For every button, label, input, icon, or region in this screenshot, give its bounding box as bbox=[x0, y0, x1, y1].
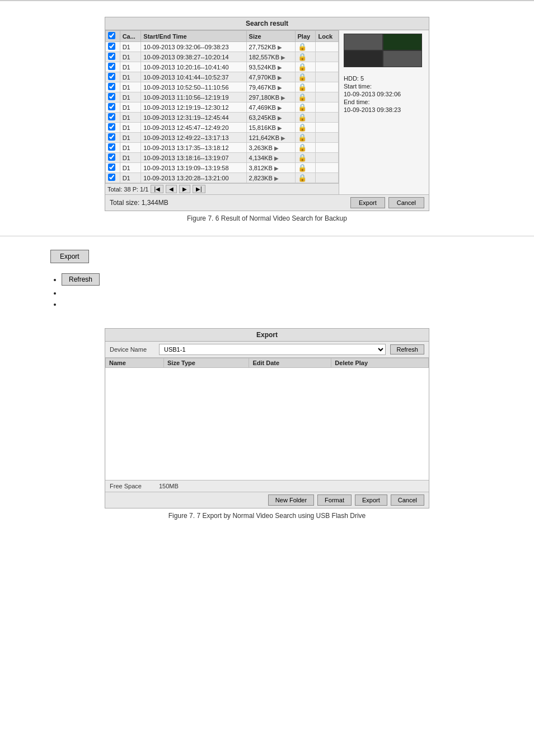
row-checkbox-cell[interactable] bbox=[106, 82, 120, 92]
row-checkbox-cell[interactable] bbox=[106, 113, 120, 123]
play-icon[interactable]: ▶ bbox=[278, 115, 282, 121]
row-checkbox-cell[interactable] bbox=[106, 143, 120, 153]
lock-icon[interactable]: 🔒 bbox=[298, 73, 307, 81]
play-icon[interactable]: ▶ bbox=[281, 95, 285, 101]
row-checkbox-cell[interactable] bbox=[106, 123, 120, 133]
export-button-fig1[interactable]: Export bbox=[350, 197, 385, 208]
row-checkbox-cell[interactable] bbox=[106, 102, 120, 113]
row-checkbox[interactable] bbox=[108, 103, 115, 110]
hdd-info: HDD: 5 bbox=[344, 75, 424, 82]
lock-icon[interactable]: 🔒 bbox=[298, 123, 307, 132]
row-checkbox[interactable] bbox=[108, 174, 115, 181]
row-checkbox-cell[interactable] bbox=[106, 133, 120, 143]
row-play[interactable]: 🔒 bbox=[295, 163, 316, 173]
row-checkbox[interactable] bbox=[108, 153, 115, 161]
page-last-btn[interactable]: ▶| bbox=[193, 185, 205, 193]
export-top-button[interactable]: Export bbox=[50, 250, 89, 263]
lock-icon[interactable]: 🔒 bbox=[298, 113, 307, 122]
search-result-right: HDD: 5 Start time: 10-09-2013 09:32:06 E… bbox=[339, 30, 429, 194]
row-checkbox[interactable] bbox=[108, 113, 115, 120]
format-button[interactable]: Format bbox=[317, 494, 352, 506]
lock-icon[interactable]: 🔒 bbox=[298, 133, 307, 142]
row-play[interactable]: 🔒 bbox=[295, 173, 316, 183]
row-checkbox[interactable] bbox=[108, 93, 115, 100]
lock-icon[interactable]: 🔒 bbox=[298, 164, 307, 172]
row-play[interactable]: 🔒 bbox=[295, 62, 316, 72]
row-play[interactable]: 🔒 bbox=[295, 82, 316, 92]
export-button-fig2[interactable]: Export bbox=[355, 494, 387, 506]
row-checkbox-cell[interactable] bbox=[106, 52, 120, 62]
row-time: 10-09-2013 12:45:47--12:49:20 bbox=[141, 123, 246, 133]
row-checkbox-cell[interactable] bbox=[106, 163, 120, 173]
lock-icon[interactable]: 🔒 bbox=[298, 153, 307, 162]
row-ch: D1 bbox=[120, 133, 141, 143]
row-checkbox[interactable] bbox=[108, 63, 115, 70]
row-checkbox[interactable] bbox=[108, 143, 115, 151]
refresh-button[interactable]: Refresh bbox=[62, 273, 100, 286]
row-time: 10-09-2013 11:10:56--12:19:19 bbox=[141, 92, 246, 102]
row-play[interactable]: 🔒 bbox=[295, 143, 316, 153]
row-checkbox-cell[interactable] bbox=[106, 173, 120, 183]
lock-icon[interactable]: 🔒 bbox=[298, 93, 307, 101]
row-size: 182,557KB ▶ bbox=[246, 52, 295, 62]
row-play[interactable]: 🔒 bbox=[295, 72, 316, 82]
row-checkbox[interactable] bbox=[108, 123, 115, 130]
play-icon[interactable]: ▶ bbox=[281, 54, 285, 60]
lock-icon[interactable]: 🔒 bbox=[298, 63, 307, 71]
row-checkbox-cell[interactable] bbox=[106, 42, 120, 52]
row-checkbox-cell[interactable] bbox=[106, 72, 120, 82]
row-checkbox[interactable] bbox=[108, 83, 115, 90]
row-checkbox[interactable] bbox=[108, 53, 115, 60]
row-checkbox[interactable] bbox=[108, 133, 115, 141]
export-panel-section: Export Device Name USB1-1 Refresh Name S… bbox=[0, 323, 534, 525]
row-checkbox-cell[interactable] bbox=[106, 62, 120, 72]
play-icon[interactable]: ▶ bbox=[274, 155, 279, 161]
row-checkbox[interactable] bbox=[108, 73, 115, 80]
bullet-refresh: Refresh bbox=[62, 273, 484, 286]
lock-icon[interactable]: 🔒 bbox=[298, 174, 307, 182]
page-prev-btn[interactable]: ◀ bbox=[166, 185, 177, 193]
lock-icon[interactable]: 🔒 bbox=[298, 103, 307, 111]
page-first-btn[interactable]: |◀ bbox=[151, 185, 163, 193]
row-play[interactable]: 🔒 bbox=[295, 153, 316, 163]
cancel-button-fig2[interactable]: Cancel bbox=[391, 494, 424, 506]
search-result-title: Search result bbox=[105, 17, 429, 30]
row-checkbox-cell[interactable] bbox=[106, 153, 120, 163]
row-play[interactable]: 🔒 bbox=[295, 113, 316, 123]
play-icon[interactable]: ▶ bbox=[278, 74, 282, 81]
refresh-export-button[interactable]: Refresh bbox=[390, 344, 424, 354]
play-icon[interactable]: ▶ bbox=[281, 135, 285, 141]
row-play[interactable]: 🔒 bbox=[295, 102, 316, 113]
device-select[interactable]: USB1-1 bbox=[159, 344, 386, 355]
row-play[interactable]: 🔒 bbox=[295, 52, 316, 62]
lock-icon[interactable]: 🔒 bbox=[298, 143, 307, 152]
row-play[interactable]: 🔒 bbox=[295, 133, 316, 143]
cancel-button-fig1[interactable]: Cancel bbox=[388, 197, 424, 208]
total-label: Total: 38 P: 1/1 bbox=[107, 186, 148, 193]
row-play[interactable]: 🔒 bbox=[295, 42, 316, 52]
play-icon[interactable]: ▶ bbox=[278, 125, 282, 131]
lock-icon[interactable]: 🔒 bbox=[298, 53, 307, 61]
row-play[interactable]: 🔒 bbox=[295, 123, 316, 133]
play-icon[interactable]: ▶ bbox=[278, 44, 282, 50]
play-icon[interactable]: ▶ bbox=[274, 165, 279, 171]
row-play[interactable]: 🔒 bbox=[295, 92, 316, 102]
row-checkbox[interactable] bbox=[108, 164, 115, 171]
new-folder-button[interactable]: New Folder bbox=[268, 494, 314, 506]
row-ch: D1 bbox=[120, 163, 141, 173]
lock-icon[interactable]: 🔒 bbox=[298, 43, 307, 51]
device-name-label: Device Name bbox=[110, 346, 154, 353]
row-checkbox[interactable] bbox=[108, 43, 115, 50]
play-icon[interactable]: ▶ bbox=[278, 105, 282, 111]
play-icon[interactable]: ▶ bbox=[278, 64, 282, 71]
play-icon[interactable]: ▶ bbox=[274, 145, 279, 151]
row-lock bbox=[316, 173, 339, 183]
select-all-checkbox[interactable] bbox=[108, 32, 115, 39]
row-checkbox-cell[interactable] bbox=[106, 92, 120, 102]
play-icon[interactable]: ▶ bbox=[278, 85, 282, 91]
lock-icon[interactable]: 🔒 bbox=[298, 83, 307, 91]
row-time: 10-09-2013 13:17:35--13:18:12 bbox=[141, 143, 246, 153]
export-file-tbody bbox=[106, 368, 429, 480]
page-next-btn[interactable]: ▶ bbox=[179, 185, 190, 193]
play-icon[interactable]: ▶ bbox=[274, 175, 279, 181]
